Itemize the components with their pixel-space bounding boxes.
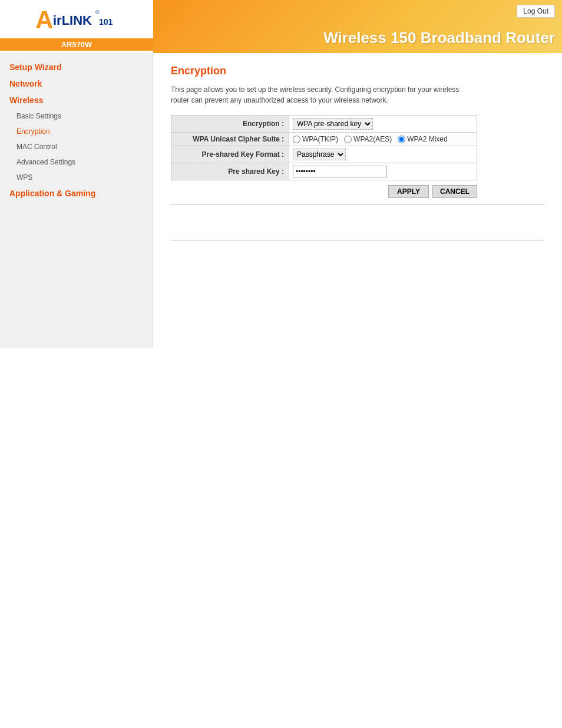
main-layout: Setup Wizard Network Wireless Basic Sett… — [0, 53, 562, 348]
cipher-tkip-radio[interactable] — [293, 136, 300, 143]
divider-2 — [171, 240, 544, 241]
button-row: APPLY CANCEL — [171, 185, 477, 198]
sidebar-item-mac-control[interactable]: MAC Control — [0, 139, 153, 154]
header-right: Log Out Wireless 150 Broadband Router — [153, 0, 562, 53]
encryption-form: Encryption : WPA pre-shared key WEP WPA2… — [171, 115, 477, 180]
cipher-label: WPA Unicast Cipher Suite : — [171, 133, 289, 146]
encryption-label: Encryption : — [171, 116, 289, 133]
preshared-key-row: Pre shared Key : — [171, 163, 477, 180]
encryption-select[interactable]: WPA pre-shared key WEP WPA2 Disabled — [293, 118, 373, 130]
header: A irLINK ® 101 AR570W Log Out Wireless 1… — [0, 0, 562, 53]
logo-area: A irLINK ® 101 — [0, 0, 153, 38]
logout-button[interactable]: Log Out — [517, 5, 555, 18]
sidebar-item-wps[interactable]: WPS — [0, 170, 153, 185]
cipher-value-cell: WPA(TKIP) WPA2(AES) WPA2 Mixed — [289, 133, 477, 146]
logo: A irLINK ® 101 — [35, 6, 118, 32]
cancel-button[interactable]: CANCEL — [432, 185, 477, 198]
key-format-select[interactable]: Passphrase Hex — [293, 149, 346, 160]
cipher-aes-label[interactable]: WPA2(AES) — [344, 135, 392, 143]
svg-text:101: 101 — [99, 17, 113, 27]
cipher-mixed-radio[interactable] — [398, 136, 405, 143]
key-format-row: Pre-shared Key Format : Passphrase Hex — [171, 146, 477, 163]
cipher-mixed-text: WPA2 Mixed — [407, 135, 447, 143]
model-name: AR570W — [0, 38, 153, 51]
svg-text:irLINK: irLINK — [53, 13, 92, 28]
cipher-tkip-text: WPA(TKIP) — [302, 135, 338, 143]
cipher-radio-group: WPA(TKIP) WPA2(AES) WPA2 Mixed — [293, 135, 473, 143]
sidebar-item-app-gaming[interactable]: Application & Gaming — [0, 185, 153, 202]
sidebar-item-setup-wizard[interactable]: Setup Wizard — [0, 59, 153, 75]
apply-button[interactable]: APPLY — [388, 185, 429, 198]
sidebar: Setup Wizard Network Wireless Basic Sett… — [0, 53, 153, 348]
page-description: This page allows you to set up the wirel… — [171, 84, 477, 106]
encryption-row: Encryption : WPA pre-shared key WEP WPA2… — [171, 116, 477, 133]
sidebar-item-network[interactable]: Network — [0, 75, 153, 92]
cipher-aes-text: WPA2(AES) — [353, 135, 392, 143]
preshared-key-value-cell — [289, 163, 477, 180]
sidebar-item-basic-settings[interactable]: Basic Settings — [0, 108, 153, 124]
sidebar-item-wireless[interactable]: Wireless — [0, 92, 153, 108]
sidebar-item-encryption[interactable]: Encryption — [0, 124, 153, 139]
preshared-key-input[interactable] — [293, 166, 387, 177]
key-format-label: Pre-shared Key Format : — [171, 146, 289, 163]
cipher-aes-radio[interactable] — [344, 136, 352, 143]
sidebar-item-advanced-settings[interactable]: Advanced Settings — [0, 154, 153, 170]
page-title: Encryption — [171, 65, 544, 77]
preshared-key-label: Pre shared Key : — [171, 163, 289, 180]
key-format-value-cell: Passphrase Hex — [289, 146, 477, 163]
svg-text:A: A — [35, 6, 53, 32]
content-area: Encryption This page allows you to set u… — [153, 53, 562, 348]
encryption-value-cell: WPA pre-shared key WEP WPA2 Disabled — [289, 116, 477, 133]
divider-1 — [171, 204, 544, 205]
router-title: Wireless 150 Broadband Router — [323, 29, 555, 53]
svg-text:®: ® — [95, 9, 100, 15]
cipher-tkip-label[interactable]: WPA(TKIP) — [293, 135, 338, 143]
cipher-mixed-label[interactable]: WPA2 Mixed — [398, 135, 447, 143]
cipher-row: WPA Unicast Cipher Suite : WPA(TKIP) WPA… — [171, 133, 477, 146]
logo-svg: A irLINK ® 101 — [35, 6, 118, 32]
